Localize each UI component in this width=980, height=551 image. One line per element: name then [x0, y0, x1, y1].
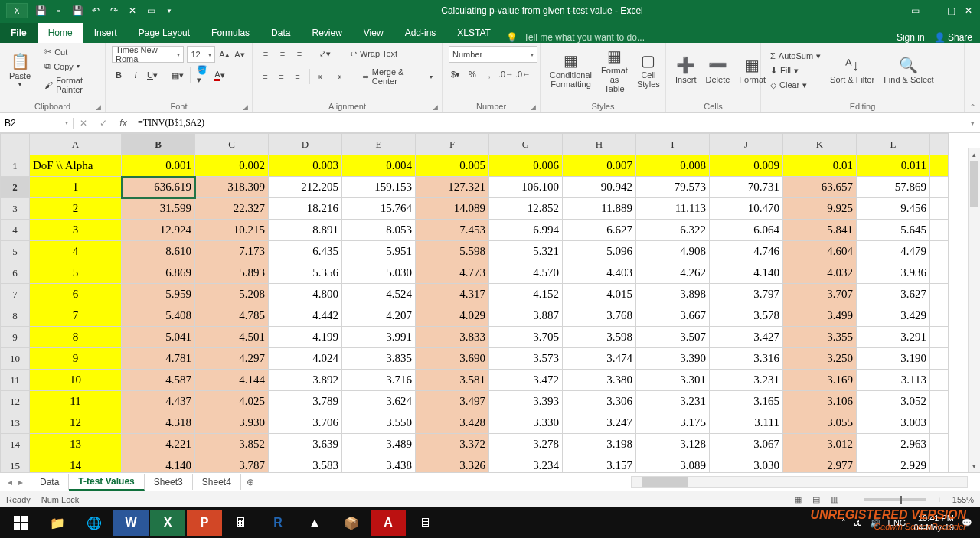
- cell[interactable]: 1: [30, 177, 122, 198]
- cell[interactable]: 63.657: [783, 177, 857, 198]
- cell[interactable]: 3.390: [636, 348, 710, 370]
- cell[interactable]: 3.499: [783, 305, 857, 327]
- dialog-launcher-icon[interactable]: ◢: [433, 103, 438, 111]
- cell[interactable]: 4.152: [489, 284, 563, 305]
- cell[interactable]: 3.301: [636, 370, 710, 391]
- cell[interactable]: 8.610: [122, 241, 195, 262]
- cell[interactable]: 3.705: [489, 327, 563, 348]
- orientation-icon[interactable]: ⤢▾: [318, 47, 332, 60]
- zoom-slider[interactable]: [864, 498, 926, 501]
- cell[interactable]: 4.140: [710, 262, 783, 284]
- chrome-icon[interactable]: 🌐: [77, 510, 112, 536]
- col-header[interactable]: A: [30, 134, 122, 155]
- font-size-combo[interactable]: 12▾: [187, 46, 214, 63]
- cell[interactable]: 5: [30, 262, 122, 284]
- col-header[interactable]: B: [122, 134, 195, 155]
- app-icon[interactable]: 🖥: [407, 510, 443, 536]
- cell[interactable]: 3.497: [416, 391, 489, 412]
- cell[interactable]: 4.908: [636, 241, 710, 262]
- cell[interactable]: 4.479: [857, 241, 930, 262]
- cell[interactable]: 12.852: [489, 198, 563, 220]
- cell[interactable]: 4.297: [195, 348, 269, 370]
- cell[interactable]: 4.207: [342, 305, 416, 327]
- col-header[interactable]: H: [563, 134, 636, 155]
- scroll-thumb[interactable]: [970, 161, 978, 207]
- wrap-text-button[interactable]: ↩Wrap Text: [347, 47, 400, 60]
- cell[interactable]: 14: [30, 455, 122, 473]
- cell[interactable]: 159.153: [342, 177, 416, 198]
- insert-cells-button[interactable]: ➕Insert: [672, 55, 700, 86]
- cell[interactable]: 3.330: [489, 412, 563, 434]
- cell[interactable]: 0.007: [563, 155, 636, 177]
- cell[interactable]: 3.393: [489, 391, 563, 412]
- row-header[interactable]: 12: [1, 391, 30, 412]
- col-header[interactable]: K: [783, 134, 857, 155]
- dialog-launcher-icon[interactable]: ◢: [243, 103, 248, 111]
- cell[interactable]: 3.428: [416, 412, 489, 434]
- cell[interactable]: 3.380: [563, 370, 636, 391]
- cell[interactable]: 5.951: [342, 241, 416, 262]
- tab-insert[interactable]: Insert: [83, 23, 128, 43]
- format-as-table-button[interactable]: ▦Format as Table: [598, 46, 631, 95]
- cell[interactable]: 3.106: [783, 391, 857, 412]
- cell[interactable]: 3.030: [710, 455, 783, 473]
- cell[interactable]: 9: [30, 348, 122, 370]
- col-header[interactable]: J: [710, 134, 783, 155]
- virtualbox-icon[interactable]: 📦: [334, 510, 369, 536]
- format-painter-button[interactable]: 🖌Format Painter: [41, 74, 99, 96]
- view-normal-icon[interactable]: ▦: [794, 494, 802, 504]
- cell[interactable]: 3.003: [857, 412, 930, 434]
- save-as-icon[interactable]: 💾: [72, 5, 83, 16]
- cell[interactable]: 5.096: [563, 241, 636, 262]
- decrease-decimal-icon[interactable]: .0←: [516, 67, 530, 81]
- cell[interactable]: 3.231: [636, 391, 710, 412]
- cell[interactable]: 3.550: [342, 412, 416, 434]
- tab-formulas[interactable]: Formulas: [201, 23, 260, 43]
- cell[interactable]: 4.604: [783, 241, 857, 262]
- cell[interactable]: 5.841: [783, 220, 857, 241]
- cell[interactable]: 57.869: [857, 177, 930, 198]
- cell[interactable]: 3.787: [195, 455, 269, 473]
- cell[interactable]: 4.024: [269, 348, 342, 370]
- cell[interactable]: 3.930: [195, 412, 269, 434]
- fx-icon[interactable]: fx: [113, 118, 133, 129]
- cell[interactable]: 127.321: [416, 177, 489, 198]
- cell[interactable]: 3.690: [416, 348, 489, 370]
- copy-button[interactable]: ⧉Copy▾: [41, 60, 99, 73]
- cell[interactable]: 3.991: [342, 327, 416, 348]
- cell[interactable]: 3.278: [489, 434, 563, 455]
- start-button[interactable]: [3, 510, 38, 536]
- file-explorer-icon[interactable]: 📁: [40, 510, 75, 536]
- dialog-launcher-icon[interactable]: ◢: [531, 103, 536, 111]
- cell[interactable]: 5.030: [342, 262, 416, 284]
- cell[interactable]: 4.025: [195, 391, 269, 412]
- cell[interactable]: 0.003: [269, 155, 342, 177]
- cell[interactable]: 4.318: [122, 412, 195, 434]
- qat-icon-2[interactable]: ▭: [145, 5, 156, 16]
- cell[interactable]: 3.598: [563, 327, 636, 348]
- cell[interactable]: 0.011: [857, 155, 930, 177]
- cell[interactable]: 4.524: [342, 284, 416, 305]
- autosum-button[interactable]: ΣAutoSum▾: [767, 50, 824, 63]
- cell[interactable]: 3.128: [636, 434, 710, 455]
- clear-button[interactable]: ◇Clear▾: [767, 79, 824, 92]
- cell[interactable]: 5.356: [269, 262, 342, 284]
- cell[interactable]: 0.008: [636, 155, 710, 177]
- font-name-combo[interactable]: Times New Roma▾: [112, 46, 184, 63]
- cell[interactable]: 15.764: [342, 198, 416, 220]
- cell[interactable]: 3.052: [857, 391, 930, 412]
- scroll-thumb[interactable]: [642, 477, 688, 487]
- expand-formula-icon[interactable]: ▾: [965, 119, 980, 127]
- cell[interactable]: 0.002: [195, 155, 269, 177]
- font-color-icon[interactable]: A▾: [213, 68, 227, 82]
- cell[interactable]: 4.746: [710, 241, 783, 262]
- redo-icon[interactable]: ↷: [109, 5, 119, 16]
- cell[interactable]: 6.627: [563, 220, 636, 241]
- new-icon[interactable]: ▫: [54, 5, 64, 16]
- cell[interactable]: 3.250: [783, 348, 857, 370]
- cell[interactable]: 7: [30, 305, 122, 327]
- cell[interactable]: 5.408: [122, 305, 195, 327]
- tab-view[interactable]: View: [353, 23, 394, 43]
- cell[interactable]: 3.936: [857, 262, 930, 284]
- col-header[interactable]: D: [269, 134, 342, 155]
